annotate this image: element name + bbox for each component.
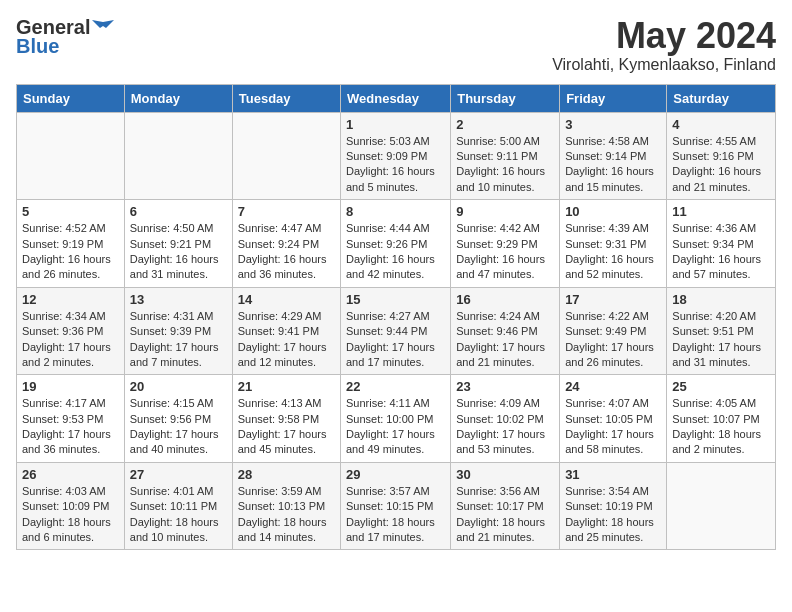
day-number: 3	[565, 117, 661, 132]
calendar-cell: 18Sunrise: 4:20 AMSunset: 9:51 PMDayligh…	[667, 287, 776, 375]
calendar-cell: 19Sunrise: 4:17 AMSunset: 9:53 PMDayligh…	[17, 375, 125, 463]
day-detail: Sunrise: 4:20 AMSunset: 9:51 PMDaylight:…	[672, 310, 761, 368]
day-number: 1	[346, 117, 445, 132]
day-detail: Sunrise: 5:03 AMSunset: 9:09 PMDaylight:…	[346, 135, 435, 193]
calendar-cell: 26Sunrise: 4:03 AMSunset: 10:09 PMDaylig…	[17, 462, 125, 550]
week-row-3: 12Sunrise: 4:34 AMSunset: 9:36 PMDayligh…	[17, 287, 776, 375]
day-detail: Sunrise: 4:55 AMSunset: 9:16 PMDaylight:…	[672, 135, 761, 193]
calendar-cell: 12Sunrise: 4:34 AMSunset: 9:36 PMDayligh…	[17, 287, 125, 375]
calendar-cell: 30Sunrise: 3:56 AMSunset: 10:17 PMDaylig…	[451, 462, 560, 550]
day-number: 12	[22, 292, 119, 307]
day-number: 22	[346, 379, 445, 394]
day-number: 11	[672, 204, 770, 219]
day-detail: Sunrise: 4:39 AMSunset: 9:31 PMDaylight:…	[565, 222, 654, 280]
day-number: 10	[565, 204, 661, 219]
day-detail: Sunrise: 4:15 AMSunset: 9:56 PMDaylight:…	[130, 397, 219, 455]
calendar-cell: 8Sunrise: 4:44 AMSunset: 9:26 PMDaylight…	[341, 200, 451, 288]
calendar-cell: 22Sunrise: 4:11 AMSunset: 10:00 PMDaylig…	[341, 375, 451, 463]
calendar-cell: 23Sunrise: 4:09 AMSunset: 10:02 PMDaylig…	[451, 375, 560, 463]
calendar-cell: 25Sunrise: 4:05 AMSunset: 10:07 PMDaylig…	[667, 375, 776, 463]
day-detail: Sunrise: 4:29 AMSunset: 9:41 PMDaylight:…	[238, 310, 327, 368]
calendar-cell: 17Sunrise: 4:22 AMSunset: 9:49 PMDayligh…	[560, 287, 667, 375]
day-detail: Sunrise: 4:52 AMSunset: 9:19 PMDaylight:…	[22, 222, 111, 280]
logo-blue: Blue	[16, 35, 59, 58]
day-number: 18	[672, 292, 770, 307]
calendar-cell: 28Sunrise: 3:59 AMSunset: 10:13 PMDaylig…	[232, 462, 340, 550]
day-number: 26	[22, 467, 119, 482]
weekday-header-thursday: Thursday	[451, 84, 560, 112]
day-detail: Sunrise: 4:17 AMSunset: 9:53 PMDaylight:…	[22, 397, 111, 455]
week-row-2: 5Sunrise: 4:52 AMSunset: 9:19 PMDaylight…	[17, 200, 776, 288]
day-number: 13	[130, 292, 227, 307]
day-number: 15	[346, 292, 445, 307]
calendar-cell: 5Sunrise: 4:52 AMSunset: 9:19 PMDaylight…	[17, 200, 125, 288]
day-number: 30	[456, 467, 554, 482]
week-row-5: 26Sunrise: 4:03 AMSunset: 10:09 PMDaylig…	[17, 462, 776, 550]
page-header: General Blue May 2024 Virolahti, Kymenla…	[16, 16, 776, 74]
day-number: 25	[672, 379, 770, 394]
weekday-header-monday: Monday	[124, 84, 232, 112]
day-number: 20	[130, 379, 227, 394]
day-number: 14	[238, 292, 335, 307]
day-number: 7	[238, 204, 335, 219]
day-detail: Sunrise: 4:42 AMSunset: 9:29 PMDaylight:…	[456, 222, 545, 280]
day-number: 29	[346, 467, 445, 482]
weekday-header-sunday: Sunday	[17, 84, 125, 112]
calendar-cell: 1Sunrise: 5:03 AMSunset: 9:09 PMDaylight…	[341, 112, 451, 200]
calendar-cell: 31Sunrise: 3:54 AMSunset: 10:19 PMDaylig…	[560, 462, 667, 550]
calendar-cell: 9Sunrise: 4:42 AMSunset: 9:29 PMDaylight…	[451, 200, 560, 288]
calendar-cell: 7Sunrise: 4:47 AMSunset: 9:24 PMDaylight…	[232, 200, 340, 288]
day-detail: Sunrise: 4:34 AMSunset: 9:36 PMDaylight:…	[22, 310, 111, 368]
day-number: 23	[456, 379, 554, 394]
day-detail: Sunrise: 4:27 AMSunset: 9:44 PMDaylight:…	[346, 310, 435, 368]
day-detail: Sunrise: 4:07 AMSunset: 10:05 PMDaylight…	[565, 397, 654, 455]
day-detail: Sunrise: 4:03 AMSunset: 10:09 PMDaylight…	[22, 485, 111, 543]
day-number: 16	[456, 292, 554, 307]
day-number: 27	[130, 467, 227, 482]
month-title: May 2024	[552, 16, 776, 56]
day-detail: Sunrise: 5:00 AMSunset: 9:11 PMDaylight:…	[456, 135, 545, 193]
calendar-cell	[232, 112, 340, 200]
day-number: 31	[565, 467, 661, 482]
calendar-table: SundayMondayTuesdayWednesdayThursdayFrid…	[16, 84, 776, 551]
week-row-1: 1Sunrise: 5:03 AMSunset: 9:09 PMDaylight…	[17, 112, 776, 200]
svg-marker-1	[92, 20, 103, 28]
logo-bird-icon	[92, 20, 114, 36]
day-detail: Sunrise: 4:31 AMSunset: 9:39 PMDaylight:…	[130, 310, 219, 368]
day-detail: Sunrise: 4:09 AMSunset: 10:02 PMDaylight…	[456, 397, 545, 455]
calendar-cell: 10Sunrise: 4:39 AMSunset: 9:31 PMDayligh…	[560, 200, 667, 288]
day-detail: Sunrise: 4:01 AMSunset: 10:11 PMDaylight…	[130, 485, 219, 543]
weekday-header-row: SundayMondayTuesdayWednesdayThursdayFrid…	[17, 84, 776, 112]
calendar-cell: 16Sunrise: 4:24 AMSunset: 9:46 PMDayligh…	[451, 287, 560, 375]
day-detail: Sunrise: 4:47 AMSunset: 9:24 PMDaylight:…	[238, 222, 327, 280]
day-detail: Sunrise: 4:13 AMSunset: 9:58 PMDaylight:…	[238, 397, 327, 455]
calendar-cell: 29Sunrise: 3:57 AMSunset: 10:15 PMDaylig…	[341, 462, 451, 550]
weekday-header-saturday: Saturday	[667, 84, 776, 112]
day-number: 28	[238, 467, 335, 482]
day-number: 21	[238, 379, 335, 394]
day-number: 24	[565, 379, 661, 394]
day-detail: Sunrise: 3:56 AMSunset: 10:17 PMDaylight…	[456, 485, 545, 543]
weekday-header-tuesday: Tuesday	[232, 84, 340, 112]
day-detail: Sunrise: 3:57 AMSunset: 10:15 PMDaylight…	[346, 485, 435, 543]
calendar-cell	[667, 462, 776, 550]
day-number: 19	[22, 379, 119, 394]
weekday-header-friday: Friday	[560, 84, 667, 112]
weekday-header-wednesday: Wednesday	[341, 84, 451, 112]
calendar-cell: 3Sunrise: 4:58 AMSunset: 9:14 PMDaylight…	[560, 112, 667, 200]
day-number: 8	[346, 204, 445, 219]
day-number: 17	[565, 292, 661, 307]
day-detail: Sunrise: 4:05 AMSunset: 10:07 PMDaylight…	[672, 397, 761, 455]
calendar-cell: 13Sunrise: 4:31 AMSunset: 9:39 PMDayligh…	[124, 287, 232, 375]
calendar-cell: 4Sunrise: 4:55 AMSunset: 9:16 PMDaylight…	[667, 112, 776, 200]
day-detail: Sunrise: 4:24 AMSunset: 9:46 PMDaylight:…	[456, 310, 545, 368]
day-detail: Sunrise: 4:44 AMSunset: 9:26 PMDaylight:…	[346, 222, 435, 280]
calendar-cell: 14Sunrise: 4:29 AMSunset: 9:41 PMDayligh…	[232, 287, 340, 375]
day-number: 2	[456, 117, 554, 132]
location-title: Virolahti, Kymenlaakso, Finland	[552, 56, 776, 74]
calendar-cell: 27Sunrise: 4:01 AMSunset: 10:11 PMDaylig…	[124, 462, 232, 550]
day-number: 5	[22, 204, 119, 219]
calendar-cell	[17, 112, 125, 200]
calendar-cell: 24Sunrise: 4:07 AMSunset: 10:05 PMDaylig…	[560, 375, 667, 463]
day-detail: Sunrise: 4:22 AMSunset: 9:49 PMDaylight:…	[565, 310, 654, 368]
